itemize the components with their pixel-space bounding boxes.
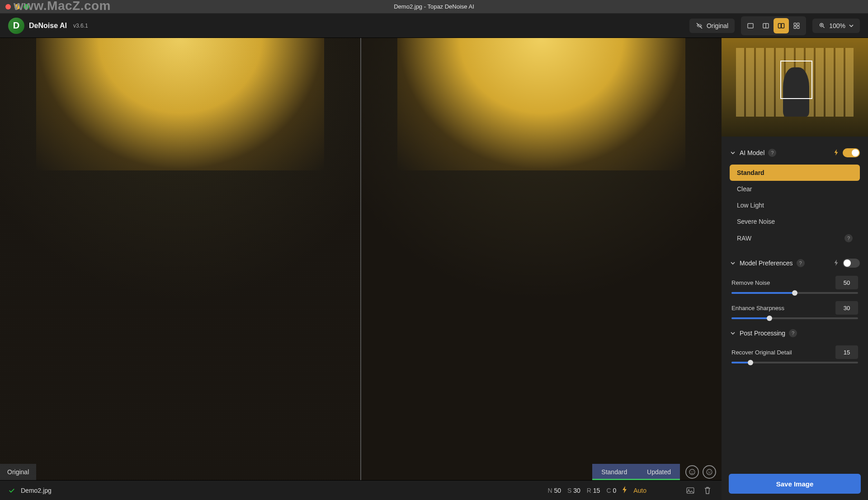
svg-rect-6 [797, 23, 799, 25]
model-label: Severe Noise [737, 218, 775, 225]
model-clear[interactable]: Clear [730, 181, 860, 197]
model-prefs-auto-toggle[interactable] [843, 259, 860, 268]
remove-noise-slider[interactable] [731, 292, 858, 294]
ai-model-title: AI Model [740, 149, 764, 156]
model-list: Standard Clear Low Light Severe Noise RA… [722, 162, 868, 252]
model-label: Clear [737, 185, 752, 193]
ai-model-auto-toggle[interactable] [843, 148, 860, 157]
post-processing-help[interactable]: ? [789, 329, 797, 337]
progress-bar [592, 479, 680, 480]
param-c-label: C [606, 487, 613, 494]
view-split-v-button[interactable] [758, 18, 774, 33]
post-processing-header: Post Processing ? [722, 323, 868, 342]
rate-bad-button[interactable] [703, 465, 716, 479]
params-readout: N 50 S 30 R 15 C 0 [547, 487, 616, 494]
original-pane[interactable]: Original [0, 38, 360, 480]
split-view[interactable]: Original Standard Updated [0, 38, 722, 480]
svg-rect-5 [794, 23, 796, 25]
original-chip: Original [0, 464, 36, 480]
remove-noise-value[interactable]: 50 [835, 276, 858, 289]
ai-model-help[interactable]: ? [768, 149, 776, 157]
svg-point-18 [710, 471, 711, 472]
remove-noise-label: Remove Noise [731, 279, 830, 286]
svg-point-13 [689, 469, 695, 475]
post-processing-collapse[interactable] [730, 330, 736, 336]
original-label: Original [707, 22, 728, 29]
recover-detail-value[interactable]: 15 [835, 345, 858, 359]
export-button[interactable] [684, 485, 696, 496]
param-s-label: S [567, 487, 573, 494]
svg-point-14 [691, 471, 692, 472]
original-toggle-button[interactable]: Original [689, 19, 735, 33]
param-n-label: N [547, 487, 554, 494]
enhance-sharpness-slider[interactable] [731, 317, 858, 319]
param-r-label: R [587, 487, 593, 494]
updated-label: Updated [647, 468, 671, 476]
model-label: Standard [737, 169, 764, 176]
remove-noise-block: Remove Noise 50 [722, 272, 868, 297]
model-status-chip[interactable]: Standard Updated [592, 464, 680, 480]
model-prefs-title: Model Preferences [740, 259, 793, 267]
status-overlay: Standard Updated [592, 464, 722, 480]
navigator[interactable] [722, 38, 868, 137]
bottom-bar: Demo2.jpg N 50 S 30 R 15 C 0 Auto [0, 480, 722, 500]
watermark: www.MacZ.com [14, 0, 111, 13]
svg-point-17 [708, 471, 709, 472]
svg-rect-0 [748, 24, 753, 28]
bolt-icon [834, 149, 839, 157]
model-raw[interactable]: RAW? [730, 230, 860, 247]
zoom-icon [819, 22, 826, 29]
main-area: Original Standard Updated [0, 38, 868, 500]
model-standard[interactable]: Standard [730, 165, 860, 181]
model-prefs-help[interactable]: ? [797, 259, 805, 267]
chevron-down-icon [731, 151, 735, 155]
eye-off-icon [696, 22, 703, 29]
view-single-button[interactable] [743, 18, 758, 33]
navigator-viewport-rect[interactable] [780, 61, 812, 99]
svg-line-10 [823, 26, 825, 28]
model-label: Low Light [737, 202, 764, 209]
window-close-button[interactable] [5, 4, 11, 9]
recover-detail-block: Recover Original Detail 15 [722, 342, 868, 367]
split-v-icon [762, 22, 769, 29]
ai-model-collapse[interactable] [730, 150, 736, 156]
svg-rect-7 [794, 26, 796, 28]
recover-detail-slider[interactable] [731, 362, 858, 363]
param-r-value: 15 [593, 487, 600, 494]
model-severe-noise[interactable]: Severe Noise [730, 213, 860, 230]
recover-detail-label: Recover Original Detail [731, 349, 830, 356]
zoom-dropdown[interactable]: 100% [812, 19, 860, 33]
processed-pane[interactable]: Standard Updated [361, 38, 722, 480]
model-label: RAW [737, 235, 751, 242]
post-processing-title: Post Processing [740, 330, 785, 337]
rate-good-button[interactable] [685, 465, 699, 479]
image-icon [686, 487, 694, 494]
enhance-sharpness-value[interactable]: 30 [835, 301, 858, 315]
view-mode-group [741, 16, 806, 35]
param-n-value: 50 [554, 487, 561, 494]
grid-icon [793, 22, 800, 29]
chevron-down-icon [731, 331, 735, 335]
auto-label: Auto [633, 487, 646, 494]
panel-body: AI Model ? Standard Clear Low Light Seve… [722, 137, 868, 467]
single-view-icon [747, 22, 754, 29]
check-icon [8, 487, 15, 494]
enhance-sharpness-label: Enhance Sharpness [731, 305, 830, 311]
param-c-value: 0 [613, 487, 616, 494]
model-prefs-collapse[interactable] [730, 260, 736, 266]
smile-icon [689, 468, 696, 476]
titlebar: Demo2.jpg - Topaz DeNoise AI [0, 0, 868, 14]
model-status-label: Standard [601, 468, 627, 476]
raw-help[interactable]: ? [844, 234, 853, 242]
meh-icon [706, 468, 713, 476]
delete-button[interactable] [702, 485, 713, 496]
svg-point-16 [707, 469, 712, 475]
svg-rect-4 [782, 24, 784, 28]
bolt-icon [622, 486, 628, 495]
zoom-value: 100% [829, 22, 845, 29]
view-grid-button[interactable] [789, 18, 804, 33]
save-image-button[interactable]: Save Image [729, 474, 861, 494]
app-logo: D [8, 18, 24, 34]
model-low-light[interactable]: Low Light [730, 197, 860, 213]
view-side-by-side-button[interactable] [774, 18, 789, 33]
